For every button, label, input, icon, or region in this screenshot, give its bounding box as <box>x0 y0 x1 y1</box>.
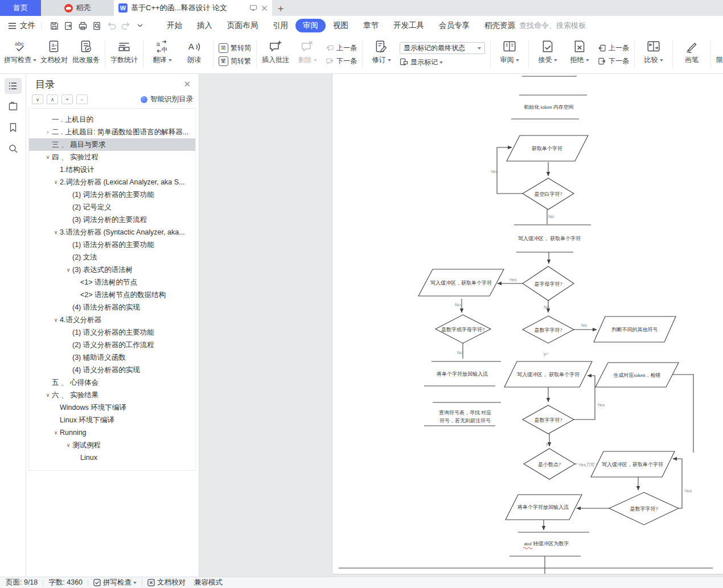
delete-comment-button[interactable]: 删除 <box>291 35 323 73</box>
spell-check-button[interactable]: abc 拼写检查 <box>2 35 38 73</box>
toc-close-icon[interactable]: ✕ <box>183 79 191 89</box>
read-aloud-button[interactable]: A 朗读 <box>178 35 210 73</box>
menu-item[interactable]: 页面布局 <box>220 19 265 32</box>
print-button[interactable] <box>76 19 90 32</box>
toc-item[interactable]: ∨Running <box>29 426 195 439</box>
translate-button[interactable]: a中 翻译 <box>146 35 178 73</box>
reject-change-button[interactable]: 拒绝 <box>564 35 595 73</box>
flow-text-is-alpha: 是字母字符? <box>535 281 562 287</box>
customize-toolbar-icon[interactable] <box>133 19 147 32</box>
menu-item[interactable]: 审阅 <box>295 19 326 32</box>
next-comment-button[interactable]: 下一条 <box>326 56 357 65</box>
toc-item[interactable]: ∨(3) 表达式的语法树 <box>29 264 195 276</box>
doc-proof-toggle[interactable]: 文档校对 <box>147 578 186 587</box>
toc-item-arrow[interactable]: ∨ <box>64 267 72 273</box>
toc-item-arrow[interactable]: ∨ <box>64 442 72 448</box>
toc-item[interactable]: (2) 文法 <box>29 251 195 264</box>
menu-item[interactable]: 插入 <box>190 19 220 32</box>
toc-item[interactable]: (1) 词法分析器的主要功能 <box>29 188 195 201</box>
save-button[interactable] <box>47 19 61 32</box>
toc-item[interactable]: (1) 语义分析器的主要功能 <box>29 326 195 339</box>
toc-expand-all-button[interactable]: ＋ <box>61 94 73 104</box>
toc-item[interactable]: (1) 语法分析器的主要功能 <box>29 239 195 251</box>
toc-item[interactable]: (4) 语法分析器的实现 <box>29 301 195 314</box>
toc-item[interactable]: ∨六 、 实验结果 <box>29 389 195 401</box>
simp-to-trad-button[interactable]: 繁简转繁 <box>219 56 251 65</box>
redo-button[interactable] <box>118 19 133 32</box>
ink-button[interactable]: 画笔 <box>676 35 708 73</box>
close-tab-icon[interactable] <box>261 5 268 11</box>
toc-item[interactable]: ∨3.语法分析器 (Syntactic Analyzer, aka... <box>29 226 195 239</box>
toc-item[interactable]: Windows 环境下编译 <box>29 401 195 414</box>
undo-button[interactable] <box>104 19 118 32</box>
bookmark-icon[interactable] <box>5 120 22 135</box>
toc-item[interactable]: 五 、 心得体会 <box>29 376 195 389</box>
accept-change-button[interactable]: 接受 <box>532 35 564 73</box>
toc-item[interactable]: (3) 辅助语义函数 <box>29 351 195 364</box>
menu-item[interactable]: 视图 <box>326 19 356 32</box>
toc-item-arrow[interactable]: ∨ <box>52 229 60 235</box>
new-tab-button[interactable]: ＋ <box>272 0 289 16</box>
restrict-edit-button[interactable]: 限制编辑 <box>714 35 723 73</box>
export-button[interactable] <box>61 19 76 32</box>
toc-item-arrow[interactable]: › <box>44 129 52 135</box>
print-preview-button[interactable] <box>90 19 104 32</box>
trad-to-simp-button[interactable]: 简繁转简 <box>219 43 251 52</box>
correction-service-button[interactable]: 批改服务 <box>70 35 102 73</box>
toc-item[interactable]: (3) 词法分析的主要流程 <box>29 213 195 226</box>
toc-tab-icon[interactable] <box>5 78 22 94</box>
find-icon[interactable] <box>5 141 22 157</box>
toc-item[interactable]: ›二 . 上机题目: 简单函数绘图语言的解释器... <box>29 126 195 138</box>
menu-item[interactable]: 引用 <box>265 19 295 32</box>
toc-expand-down-button[interactable]: ∨ <box>32 94 43 104</box>
toc-item[interactable]: ∨4.语义分析器 <box>29 314 195 326</box>
toc-item[interactable]: <1> 语法树的节点 <box>29 276 195 289</box>
command-search[interactable]: 查找命令、搜索模板 <box>508 16 586 35</box>
toc-collapse-up-button[interactable]: ∧ <box>47 94 58 104</box>
chapter-nav-icon[interactable] <box>5 98 22 114</box>
flow-text-is-dot: 是小数点? <box>538 462 561 467</box>
menu-item[interactable]: 会员专享 <box>432 19 477 32</box>
menu-item[interactable]: 章节 <box>356 19 386 32</box>
next-change-button[interactable]: 下一条 <box>598 56 629 65</box>
ai-recognize-toc-button[interactable]: 智能识别目录 <box>141 94 193 104</box>
toc-item-arrow[interactable]: ∨ <box>44 154 52 160</box>
menu-item[interactable]: 开始 <box>159 19 190 32</box>
toc-item[interactable]: 一 . 上机目的 <box>29 113 195 126</box>
toc-item-arrow[interactable]: ∨ <box>44 392 52 398</box>
prev-comment-button[interactable]: 上一条 <box>326 43 357 52</box>
toc-item[interactable]: <2> 语法树节点的数据结构 <box>29 289 195 301</box>
toc-item[interactable]: Linux <box>29 451 195 464</box>
tab-document[interactable]: W 基于C++的函...释器设计 论文 <box>114 0 272 16</box>
tab-docer[interactable]: 稻壳 <box>41 0 114 16</box>
preview-window-icon[interactable] <box>249 4 257 12</box>
toc-item[interactable]: (2) 语义分析器的工作流程 <box>29 339 195 351</box>
spell-check-toggle[interactable]: 拼写检查 <box>93 578 137 587</box>
word-count-indicator[interactable]: 字数: 4360 <box>48 578 83 587</box>
edge-label-yes1: Yes <box>490 169 498 174</box>
insert-comment-button[interactable]: 插入批注 <box>260 35 291 73</box>
toc-item[interactable]: ∨2.词法分析器 (Lexical Analyzer, aka S... <box>29 176 195 188</box>
toc-item[interactable]: 三 、 题目与要求 <box>29 138 195 151</box>
word-count-button[interactable]: 字数统计 <box>108 35 140 73</box>
toc-item-arrow[interactable]: ∨ <box>52 179 60 185</box>
doc-proof-button[interactable]: a 文档校对 <box>38 35 70 73</box>
toc-item[interactable]: (2) 记号定义 <box>29 201 195 213</box>
track-changes-button[interactable]: 修订 <box>365 35 397 73</box>
toc-item-arrow[interactable]: ∨ <box>52 317 60 323</box>
menu-item[interactable]: 开发工具 <box>386 19 432 32</box>
toc-item[interactable]: (4) 语义分析器的实现 <box>29 364 195 376</box>
toc-item-arrow[interactable]: ∨ <box>52 430 60 435</box>
toc-item[interactable]: 1.结构设计 <box>29 163 195 176</box>
prev-change-button[interactable]: 上一条 <box>598 43 629 52</box>
toc-collapse-all-button[interactable]: − <box>76 94 88 104</box>
file-menu-button[interactable]: 文件 <box>8 20 35 31</box>
toc-item[interactable]: Linux 环境下编译 <box>29 414 195 426</box>
show-markup-button[interactable]: 显示标记 <box>400 57 485 67</box>
markup-state-select[interactable]: 显示标记的最终状态 <box>400 42 485 54</box>
tab-home[interactable]: 首页 <box>0 0 41 16</box>
compare-button[interactable]: 比较 <box>638 35 669 73</box>
review-pane-button[interactable]: 审阅 <box>494 35 525 73</box>
toc-item[interactable]: ∨四 、 实验过程 <box>29 151 195 163</box>
toc-item[interactable]: ∨测试例程 <box>29 439 195 451</box>
